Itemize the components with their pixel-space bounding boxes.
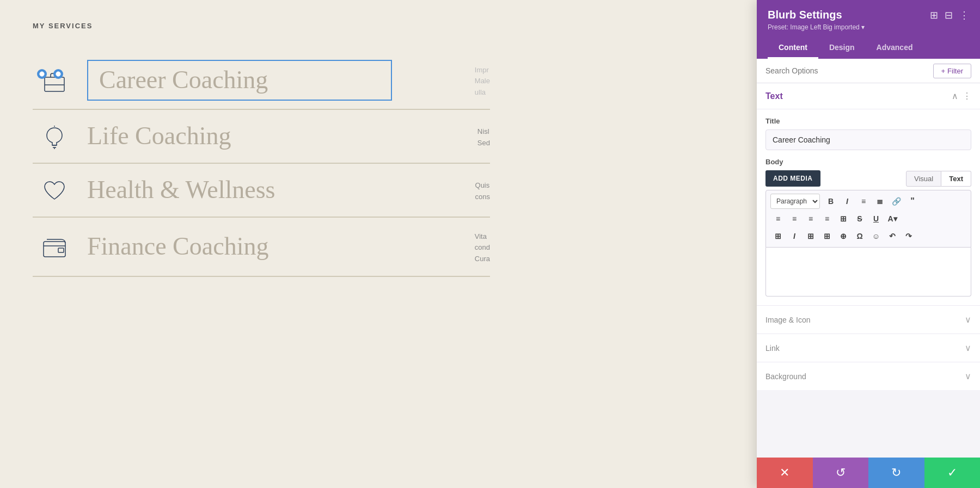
collapse-icon[interactable]: ∧ <box>952 91 958 101</box>
bold-button[interactable]: B <box>823 194 838 209</box>
tab-content[interactable]: Content <box>768 38 818 59</box>
align-justify-button[interactable]: ≡ <box>819 211 835 226</box>
font-color-button[interactable]: A▾ <box>885 211 900 226</box>
undo-editor-button[interactable]: ↶ <box>885 228 900 244</box>
service-item-life[interactable]: Life Coaching NislSed <box>33 110 490 163</box>
table-button[interactable]: ⊞ <box>836 211 851 226</box>
align-center-button[interactable]: ≡ <box>787 211 802 226</box>
panel-header-icons: ⊞ ⊟ ⋮ <box>930 9 969 21</box>
undo-button[interactable]: ↺ <box>813 458 869 488</box>
link-header[interactable]: Link ∨ <box>757 334 980 362</box>
visual-text-tabs: Visual Text <box>906 171 971 187</box>
save-icon: ✓ <box>947 466 957 480</box>
panel-tabs: Content Design Advanced <box>768 38 969 59</box>
italic-button[interactable]: I <box>840 194 855 209</box>
tab-design[interactable]: Design <box>818 38 866 59</box>
add-media-button[interactable]: ADD MEDIA <box>765 170 820 187</box>
career-body-text: ImprMaleulla <box>464 62 490 98</box>
search-options-input[interactable] <box>765 59 933 83</box>
panel-header-top: Blurb Settings ⊞ ⊟ ⋮ <box>768 9 969 21</box>
save-button[interactable]: ✓ <box>924 458 981 488</box>
service-title-area-career: Career Coaching <box>76 60 464 101</box>
life-body-text: NislSed <box>467 123 490 149</box>
redo-button[interactable]: ↻ <box>868 458 924 488</box>
columns-icon[interactable]: ⊟ <box>945 9 953 21</box>
background-label: Background <box>765 372 806 381</box>
heart-icon <box>40 177 69 206</box>
toolbar-row-3: ⊞ I ⊞ ⊞ ⊕ Ω ☺ ↶ ↷ <box>770 228 966 244</box>
wallet-icon <box>40 234 69 262</box>
fullscreen-button[interactable]: ⊕ <box>836 228 851 244</box>
image-icon-chevron: ∨ <box>965 314 971 325</box>
outdent-button[interactable]: ⊞ <box>819 228 835 244</box>
panel-preset[interactable]: Preset: Image Left Big imported ▾ <box>768 23 969 31</box>
ordered-list-button[interactable]: ≣ <box>872 194 887 209</box>
cancel-icon: ✕ <box>780 466 789 480</box>
toolbar-row-2: ≡ ≡ ≡ ≡ ⊞ S U A▾ <box>770 211 966 226</box>
finance-coaching-title[interactable]: Finance Coaching <box>87 233 464 261</box>
service-icon-health <box>33 175 76 206</box>
panel-search-bar: + Filter <box>757 59 980 83</box>
text-section-label: Text <box>765 91 783 101</box>
service-item-career[interactable]: Career Coaching ImprMaleulla <box>33 52 490 109</box>
emoji-button[interactable]: ☺ <box>868 228 884 244</box>
image-icon-header[interactable]: Image & Icon ∨ <box>757 306 980 333</box>
link-label: Link <box>765 344 780 353</box>
text-section: Text ∧ ⋮ Title Body ADD MEDIA Visual Te <box>757 83 980 305</box>
more-options-icon[interactable]: ⋮ <box>959 9 969 21</box>
text-tab[interactable]: Text <box>941 171 971 187</box>
link-chevron: ∨ <box>965 343 971 353</box>
career-coaching-title[interactable]: Career Coaching <box>87 60 392 101</box>
filter-label: Filter <box>947 67 963 75</box>
panel-title: Blurb Settings <box>768 9 842 21</box>
paragraph-select[interactable]: Paragraph <box>770 194 820 209</box>
panel-footer: ✕ ↺ ↻ ✓ <box>757 458 980 488</box>
indent-button[interactable]: ⊞ <box>803 228 818 244</box>
panel-header: Blurb Settings ⊞ ⊟ ⋮ Preset: Image Left … <box>757 0 980 59</box>
svg-rect-8 <box>44 242 65 257</box>
special-char-button[interactable]: Ω <box>852 228 867 244</box>
undo-icon: ↺ <box>836 466 846 480</box>
responsive-icon[interactable]: ⊞ <box>930 9 938 21</box>
body-toolbar-top: ADD MEDIA Visual Text <box>765 170 971 187</box>
main-content: MY SERVICES Career Coaching <box>0 0 523 299</box>
service-icon-career <box>33 65 76 96</box>
title-input[interactable] <box>765 129 971 150</box>
service-icon-finance <box>33 231 76 262</box>
service-title-area-finance: Finance Coaching <box>76 233 464 261</box>
redo-editor-button[interactable]: ↷ <box>901 228 916 244</box>
unordered-list-button[interactable]: ≡ <box>856 194 871 209</box>
edit-dot-left[interactable] <box>37 69 47 79</box>
lightbulb-icon <box>40 123 69 152</box>
section-more-icon[interactable]: ⋮ <box>963 91 971 101</box>
health-body-text: Quiscons <box>464 177 490 203</box>
underline-button[interactable]: U <box>868 211 884 226</box>
service-item-finance[interactable]: Finance Coaching VitacondCura <box>33 218 490 276</box>
background-header[interactable]: Background ∨ <box>757 362 980 390</box>
life-coaching-title[interactable]: Life Coaching <box>87 122 467 150</box>
strikethrough-button[interactable]: S <box>852 211 867 226</box>
align-left-button[interactable]: ≡ <box>770 211 786 226</box>
background-section: Background ∨ <box>757 362 980 390</box>
tab-advanced[interactable]: Advanced <box>866 38 924 59</box>
svg-rect-2 <box>45 77 64 91</box>
editor-content-area[interactable] <box>765 248 971 296</box>
text-section-controls: ∧ ⋮ <box>952 91 971 101</box>
edit-dot-right[interactable] <box>53 69 63 79</box>
visual-tab[interactable]: Visual <box>906 171 941 187</box>
toolbar-row-1: Paragraph B I ≡ ≣ 🔗 " <box>770 194 966 209</box>
blockquote-button[interactable]: " <box>905 194 920 209</box>
italic2-button[interactable]: I <box>787 228 802 244</box>
filter-button[interactable]: + Filter <box>933 64 971 78</box>
align-right-button[interactable]: ≡ <box>803 211 818 226</box>
service-item-health[interactable]: Health & Wellness Quiscons <box>33 164 490 217</box>
health-wellness-title[interactable]: Health & Wellness <box>87 176 464 204</box>
paste-button[interactable]: ⊞ <box>770 228 786 244</box>
service-title-area-life: Life Coaching <box>76 122 467 150</box>
finance-body-text: VitacondCura <box>464 228 490 265</box>
service-icon-life <box>33 121 76 152</box>
cancel-button[interactable]: ✕ <box>757 458 813 488</box>
background-chevron: ∨ <box>965 371 971 381</box>
link-button[interactable]: 🔗 <box>889 194 904 209</box>
text-section-header: Text ∧ ⋮ <box>757 83 980 109</box>
